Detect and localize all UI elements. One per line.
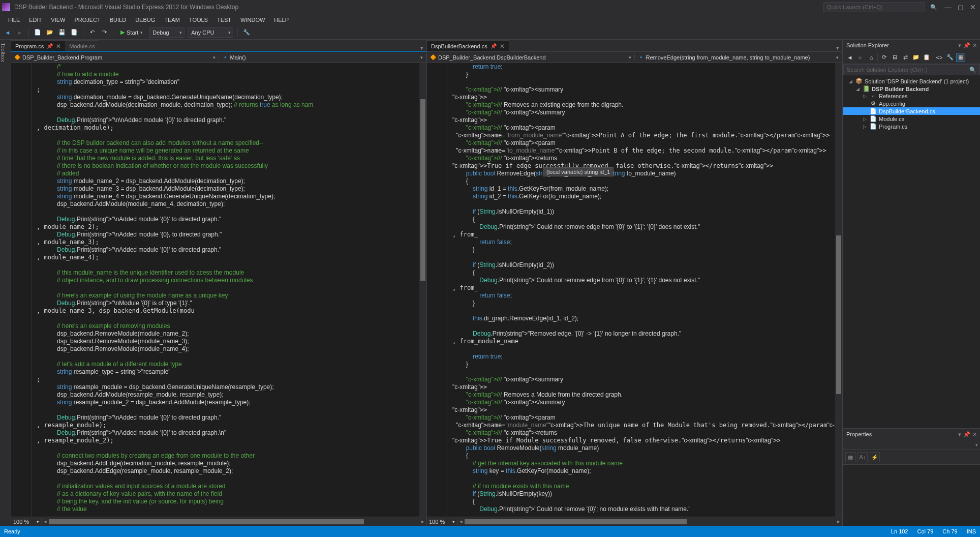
- undo-icon[interactable]: ↶: [87, 28, 97, 37]
- zoom-dropdown[interactable]: 100 %▾: [11, 519, 42, 525]
- code-editor-left[interactable]: ▬ ⬍ ▴ /* // how to add a module string d…: [11, 63, 426, 517]
- categorized-icon[interactable]: ▦: [845, 452, 855, 462]
- start-label: Start: [127, 29, 138, 36]
- menu-team[interactable]: TEAM: [160, 16, 184, 24]
- auto-hide-icon[interactable]: 📌: [963, 42, 970, 49]
- menu-window[interactable]: WINDOW: [236, 16, 269, 24]
- tab-overflow-icon[interactable]: ▾: [417, 45, 426, 51]
- menu-tools[interactable]: TOOLS: [185, 16, 212, 24]
- window-position-icon[interactable]: ▾: [958, 431, 961, 438]
- dropdown-icon[interactable]: ▾: [975, 442, 978, 448]
- properties-icon[interactable]: 📋: [922, 53, 931, 62]
- open-icon[interactable]: 📂: [45, 28, 54, 37]
- tab-module-cs[interactable]: Module.cs: [65, 40, 99, 51]
- tree-node[interactable]: ◢📦Solution 'DSP Builder Backend' (1 proj…: [843, 77, 980, 85]
- tree-arrow-icon[interactable]: ▷: [862, 116, 868, 122]
- menu-test[interactable]: TEST: [213, 16, 235, 24]
- search-icon[interactable]: 🔍: [930, 4, 937, 11]
- nav-method-dropdown[interactable]: 🔹 RemoveEdge(string from_module_name, st…: [635, 54, 843, 61]
- status-line: Ln 102: [891, 528, 908, 534]
- class-icon: 🔶: [14, 54, 20, 60]
- platform-dropdown[interactable]: Any CPU: [188, 27, 233, 38]
- save-all-icon[interactable]: 📑: [70, 28, 79, 37]
- refresh-icon[interactable]: ⟳: [879, 53, 889, 62]
- view-code-icon[interactable]: <>: [935, 53, 944, 62]
- auto-hide-icon[interactable]: 📌: [963, 431, 970, 438]
- scroll-right-icon[interactable]: ▸: [835, 518, 842, 525]
- redo-icon[interactable]: ↷: [100, 28, 109, 37]
- horizontal-scrollbar[interactable]: [49, 518, 419, 525]
- tab-label: DspBuilderBackend.cs: [431, 43, 487, 49]
- solution-explorer-toolbar: ◄ ► ⌂ ⟳ ⊟ ⇄ 📁 📋 <> 🔧 ▦: [843, 51, 980, 64]
- nav-class-dropdown[interactable]: 🔶 DSP_Builder_Backend.Program: [11, 54, 219, 61]
- horizontal-scrollbar[interactable]: [465, 518, 835, 525]
- tab-overflow-icon[interactable]: ▾: [833, 45, 842, 51]
- sync-icon[interactable]: ⇄: [901, 53, 910, 62]
- save-icon[interactable]: 💾: [57, 28, 67, 37]
- tree-node[interactable]: ⚙App.config: [843, 100, 980, 107]
- menu-file[interactable]: FILE: [4, 16, 24, 24]
- menu-project[interactable]: PROJECT: [70, 16, 104, 24]
- start-debug-button[interactable]: ▶ Start ▾: [117, 28, 146, 37]
- scroll-left-icon[interactable]: ◂: [457, 518, 465, 525]
- new-project-icon[interactable]: 📄: [33, 28, 42, 37]
- menu-debug[interactable]: DEBUG: [131, 16, 159, 24]
- tree-node[interactable]: ▷📄DspBuilderBackend.cs: [843, 107, 980, 115]
- find-icon[interactable]: 🔧: [242, 28, 251, 37]
- alphabetical-icon[interactable]: A↓: [858, 452, 868, 462]
- menu-help[interactable]: HELP: [270, 16, 293, 24]
- vertical-scrollbar[interactable]: [835, 63, 842, 517]
- preview-icon[interactable]: ▦: [956, 53, 965, 62]
- tree-arrow-icon[interactable]: ▷: [862, 94, 868, 99]
- toolbox-sidebar[interactable]: Toolbox: [0, 40, 11, 526]
- tree-node[interactable]: ▷📄Module.cs: [843, 115, 980, 123]
- minimize-icon[interactable]: —: [944, 3, 952, 11]
- maximize-icon[interactable]: ◻: [958, 3, 964, 11]
- menu-bar: FILEEDITVIEWPROJECTBUILDDEBUGTEAMTOOLSTE…: [0, 14, 980, 25]
- close-icon[interactable]: ✕: [970, 3, 976, 11]
- home-icon[interactable]: ⌂: [867, 53, 876, 62]
- close-tab-icon[interactable]: ✕: [500, 43, 505, 50]
- search-placeholder: Search Solution Explorer (Ctrl+;): [847, 67, 928, 73]
- back-icon[interactable]: ◄: [3, 28, 12, 37]
- close-panel-icon[interactable]: ✕: [972, 42, 977, 49]
- tree-arrow-icon[interactable]: ▷: [862, 109, 868, 114]
- pin-icon[interactable]: 📌: [47, 43, 53, 49]
- vertical-scrollbar[interactable]: [419, 63, 426, 517]
- tree-node[interactable]: ◢📗DSP Builder Backend: [843, 85, 980, 93]
- properties-grid: [843, 465, 980, 526]
- nav-bar-left: 🔶 DSP_Builder_Backend.Program 🔹 Main(): [11, 52, 426, 63]
- nav-class-dropdown[interactable]: 🔶 DSP_Builder_Backend.DspBuilderBackend: [427, 54, 635, 61]
- menu-build[interactable]: BUILD: [106, 16, 130, 24]
- close-tab-icon[interactable]: ✕: [56, 43, 61, 50]
- menu-edit[interactable]: EDIT: [25, 16, 46, 24]
- tree-arrow-icon[interactable]: ◢: [854, 86, 861, 92]
- tab-program-cs[interactable]: Program.cs 📌 ✕: [11, 40, 65, 51]
- solution-search-input[interactable]: Search Solution Explorer (Ctrl+;) 🔍: [843, 64, 980, 75]
- property-pages-icon[interactable]: ⚡: [870, 452, 880, 462]
- solution-tree[interactable]: ◢📦Solution 'DSP Builder Backend' (1 proj…: [843, 75, 980, 428]
- tree-node[interactable]: ▷▫References: [843, 93, 980, 100]
- close-panel-icon[interactable]: ✕: [972, 431, 977, 438]
- collapse-icon[interactable]: ⊟: [890, 53, 899, 62]
- tree-arrow-icon[interactable]: ◢: [847, 79, 853, 84]
- view-class-icon[interactable]: 🔧: [945, 53, 955, 62]
- nav-method-dropdown[interactable]: 🔹 Main(): [219, 54, 427, 61]
- back-icon[interactable]: ◄: [845, 53, 854, 62]
- code-editor-right[interactable]: ▬ ⬍ ▴ return true; } "c-xmltag">/// "c-x…: [427, 63, 842, 517]
- menu-view[interactable]: VIEW: [47, 16, 69, 24]
- tree-arrow-icon[interactable]: ▷: [862, 124, 868, 129]
- pin-icon[interactable]: 📌: [491, 43, 497, 49]
- window-position-icon[interactable]: ▾: [958, 42, 961, 49]
- forward-icon[interactable]: ►: [15, 28, 24, 37]
- fwd-icon[interactable]: ►: [856, 53, 865, 62]
- show-all-icon[interactable]: 📁: [911, 53, 921, 62]
- scroll-left-icon[interactable]: ◂: [42, 518, 49, 525]
- quick-launch-input[interactable]: Quick Launch (Ctrl+Q): [823, 2, 925, 12]
- tree-node[interactable]: ▷📄Program.cs: [843, 123, 980, 130]
- csproj-icon: 📗: [863, 85, 870, 92]
- zoom-dropdown[interactable]: 100 %▾: [427, 519, 457, 525]
- config-dropdown[interactable]: Debug: [149, 27, 185, 38]
- scroll-right-icon[interactable]: ▸: [419, 518, 426, 525]
- tab-dspbuilder-cs[interactable]: DspBuilderBackend.cs 📌 ✕: [427, 40, 509, 51]
